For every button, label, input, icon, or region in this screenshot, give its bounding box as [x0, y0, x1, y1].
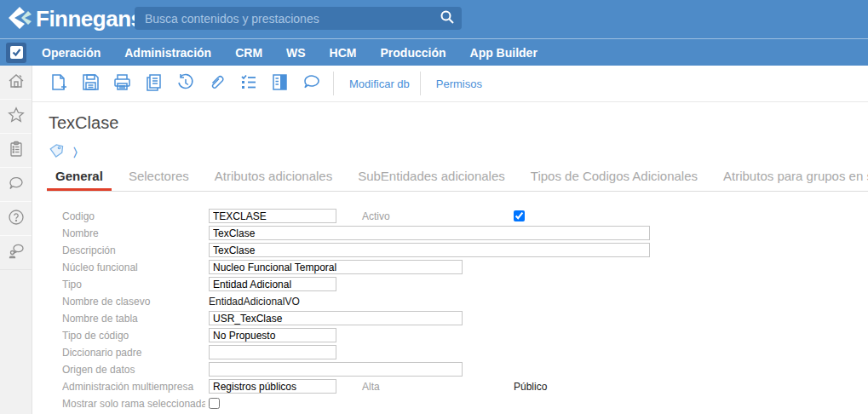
alta-value: Público [514, 378, 547, 395]
form-row-nombre-de-tabla: Nombre de tabla [32, 310, 868, 327]
menu-item-app-builder[interactable]: App Builder [458, 41, 549, 65]
comment-icon [7, 174, 26, 196]
nombre-de-clasevo-value: EntidadAdicionalVO [209, 293, 300, 310]
global-search [135, 7, 462, 30]
form-row-nucleo-funcional: Núcleo funcional [32, 259, 868, 276]
tab-subentidades-adicionales[interactable]: SubEntidades adicionales [349, 165, 514, 191]
modificar-db-link[interactable]: Modificar db [339, 78, 420, 90]
tipo-input[interactable] [209, 277, 336, 291]
general-form: Codigo Activo Nombre Descripción Núcleo … [32, 208, 868, 412]
new-document-button[interactable] [49, 74, 69, 94]
tab-general[interactable]: General [47, 165, 112, 191]
sidebar-favorites-button[interactable] [0, 100, 32, 134]
field-label: Nombre [62, 225, 205, 242]
new-document-icon [49, 72, 69, 95]
menu-item-ws[interactable]: WS [274, 41, 318, 65]
field-label: Diccionario padre [62, 344, 205, 361]
form-row-diccionario-padre: Diccionario padre [32, 344, 868, 361]
logo-text: Finnegans [36, 6, 143, 32]
form-row-origen-de-datos: Origen de datos [32, 361, 868, 378]
nucleo-funcional-input[interactable] [209, 260, 463, 274]
sidebar-home-button[interactable] [0, 66, 32, 100]
form-row-descripcion: Descripción [32, 242, 868, 259]
menu-items: Operación Administración CRM WS HCM Prod… [30, 41, 549, 65]
main-content: Modificar db Permisos TexClase 〉 General… [32, 66, 868, 414]
search-icon [440, 9, 455, 28]
tag-icon[interactable] [49, 143, 64, 162]
search-button[interactable] [433, 7, 462, 30]
tab-selectores[interactable]: Selectores [120, 165, 198, 191]
origen-de-datos-input[interactable] [209, 362, 463, 377]
finnegans-app: Finnegans Operación Administrac [0, 0, 868, 414]
star-icon [7, 106, 26, 128]
field-label: Activo [362, 208, 390, 225]
report-button[interactable] [270, 74, 290, 94]
field-label: Tipo de código [62, 327, 205, 344]
chevron-right-icon[interactable]: 〉 [72, 145, 84, 160]
tipo-de-codigo-input[interactable] [209, 328, 336, 342]
copy-icon [144, 72, 164, 95]
comments-button[interactable] [302, 74, 321, 94]
tasks-icon [7, 140, 26, 162]
descripcion-input[interactable] [209, 243, 650, 257]
form-row-nombre: Nombre [32, 225, 868, 242]
form-row-codigo: Codigo Activo [32, 208, 868, 225]
field-label: Nombre de clasevo [62, 293, 205, 310]
sidebar-tasks-button[interactable] [0, 134, 32, 168]
sidebar-feedback-button[interactable] [0, 236, 32, 270]
print-icon [112, 72, 132, 95]
tab-tipos-de-codigos-adicionales[interactable]: Tipos de Codigos Adicionales [522, 165, 706, 191]
menu-toggle-button[interactable] [6, 43, 26, 63]
sidebar-help-button[interactable] [0, 202, 32, 236]
left-sidebar [0, 66, 32, 414]
sidebar-messages-button[interactable] [0, 168, 32, 202]
checkbox-menu-icon [10, 46, 23, 59]
codigo-input[interactable] [209, 209, 336, 223]
comment-bubble-icon [302, 72, 321, 95]
checklist-icon [239, 72, 258, 95]
mostrar-solo-rama-checkbox[interactable] [209, 398, 220, 409]
history-icon [175, 72, 195, 95]
field-label: Administración multiempresa [62, 378, 205, 395]
menu-item-hcm[interactable]: HCM [318, 41, 369, 65]
checklist-button[interactable] [239, 74, 258, 94]
save-button[interactable] [81, 74, 101, 94]
field-label: Tipo [62, 276, 205, 293]
diccionario-padre-input[interactable] [209, 345, 336, 359]
attachment-button[interactable] [207, 74, 227, 94]
administracion-multiempresa-input[interactable] [209, 379, 336, 394]
finnegans-chevrons-icon [7, 4, 32, 35]
toolbar-separator [333, 72, 334, 95]
tab-atributos-adicionales[interactable]: Atributos adicionales [206, 165, 341, 191]
menu-item-administracion[interactable]: Administración [112, 41, 223, 65]
home-icon [7, 72, 26, 94]
help-icon [7, 208, 26, 230]
field-label: Núcleo funcional [62, 259, 205, 276]
field-label: Codigo [62, 208, 205, 225]
print-button[interactable] [112, 74, 132, 94]
tag-row: 〉 [49, 145, 868, 160]
finnegans-logo[interactable]: Finnegans [7, 4, 143, 35]
page-title: TexClase [49, 112, 868, 133]
activo-checkbox[interactable] [514, 210, 525, 221]
toolbar-separator [420, 72, 421, 95]
menu-item-operacion[interactable]: Operación [30, 41, 112, 65]
top-bar: Finnegans [0, 0, 868, 38]
user-feedback-icon [7, 242, 26, 264]
copy-button[interactable] [144, 74, 164, 94]
report-icon [270, 72, 290, 95]
field-label: Origen de datos [62, 361, 205, 378]
form-row-tipo: Tipo [32, 276, 868, 293]
search-input[interactable] [135, 12, 433, 26]
menu-item-produccion[interactable]: Producción [369, 41, 458, 65]
field-label: Mostrar solo rama seleccionada [62, 395, 205, 412]
history-button[interactable] [175, 74, 195, 94]
form-row-tipo-de-codigo: Tipo de código [32, 327, 868, 344]
main-menu-bar: Operación Administración CRM WS HCM Prod… [0, 38, 868, 66]
permisos-link[interactable]: Permisos [426, 78, 492, 90]
tab-atributos-para-grupos-en-selector[interactable]: Atributos para grupos en selector [715, 165, 868, 191]
nombre-input[interactable] [209, 226, 650, 240]
nombre-de-tabla-input[interactable] [209, 311, 463, 325]
record-toolbar: Modificar db Permisos [32, 66, 868, 102]
menu-item-crm[interactable]: CRM [223, 41, 274, 65]
